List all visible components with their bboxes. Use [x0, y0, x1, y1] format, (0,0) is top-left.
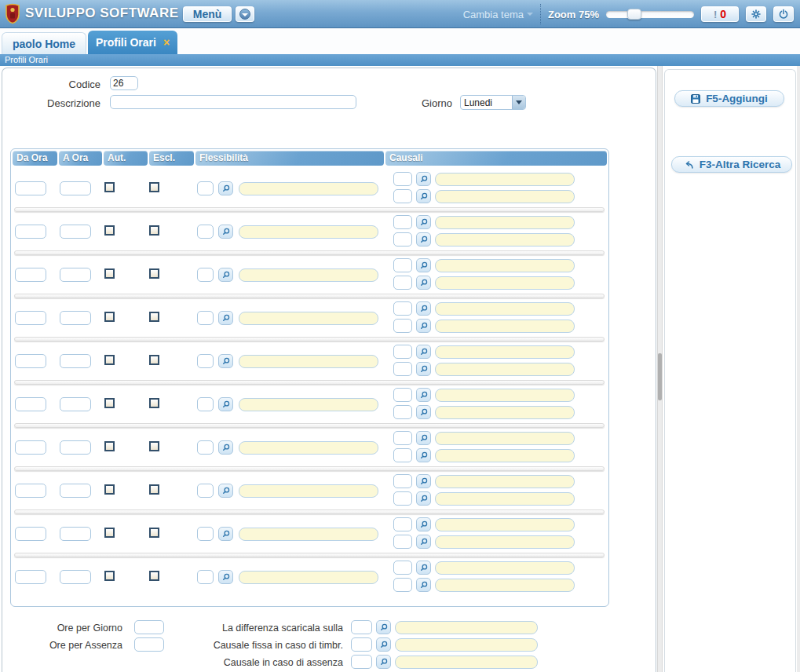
escl-checkbox[interactable] [149, 528, 159, 538]
a-ora-input[interactable] [60, 181, 91, 195]
causale1-lookup-button[interactable] [416, 431, 431, 445]
causale1-code-input[interactable] [393, 301, 412, 316]
escl-checkbox[interactable] [149, 225, 159, 236]
causale2-code-input[interactable] [393, 276, 412, 290]
causale2-lookup-button[interactable] [416, 491, 431, 506]
causale1-lookup-button[interactable] [416, 561, 431, 575]
flessibilita-lookup-button[interactable] [218, 225, 233, 239]
causale2-lookup-button[interactable] [416, 578, 431, 592]
a-ora-input[interactable] [60, 440, 91, 455]
causale2-code-input[interactable] [393, 491, 412, 506]
causale-assenza-code-input[interactable] [351, 655, 372, 669]
escl-checkbox[interactable] [149, 268, 159, 279]
da-ora-input[interactable] [15, 311, 46, 325]
causale2-code-input[interactable] [393, 535, 412, 549]
flessibilita-code-input[interactable] [197, 440, 214, 455]
flessibilita-code-input[interactable] [197, 181, 214, 195]
aut-checkbox[interactable] [104, 528, 115, 538]
flessibilita-code-input[interactable] [197, 225, 214, 239]
aut-checkbox[interactable] [104, 355, 115, 365]
flessibilita-code-input[interactable] [197, 354, 214, 368]
da-ora-input[interactable] [15, 397, 46, 411]
causale1-lookup-button[interactable] [416, 258, 431, 272]
splitter-drag-handle[interactable] [658, 353, 662, 400]
causale1-code-input[interactable] [393, 431, 412, 445]
causale2-code-input[interactable] [393, 189, 412, 203]
causale1-code-input[interactable] [393, 561, 412, 575]
da-ora-input[interactable] [15, 440, 46, 455]
escl-checkbox[interactable] [149, 484, 159, 495]
giorno-select[interactable]: Lunedi [460, 95, 526, 110]
causale1-lookup-button[interactable] [416, 517, 431, 531]
causale2-lookup-button[interactable] [416, 535, 431, 549]
descrizione-input[interactable] [110, 95, 356, 109]
causale-fissa-lookup-button[interactable] [376, 637, 391, 652]
flessibilita-lookup-button[interactable] [218, 397, 233, 411]
causale1-code-input[interactable] [393, 215, 412, 229]
flessibilita-code-input[interactable] [197, 268, 214, 282]
escl-checkbox[interactable] [149, 571, 159, 581]
causale2-code-input[interactable] [393, 405, 412, 419]
ore-per-assenza-input[interactable] [134, 637, 164, 652]
causale1-lookup-button[interactable] [416, 172, 431, 186]
flessibilita-lookup-button[interactable] [218, 440, 233, 455]
causale2-lookup-button[interactable] [416, 276, 431, 290]
da-ora-input[interactable] [15, 570, 46, 584]
power-button[interactable] [773, 6, 794, 22]
da-ora-input[interactable] [15, 268, 46, 282]
flessibilita-lookup-button[interactable] [218, 484, 233, 498]
a-ora-input[interactable] [60, 225, 91, 239]
flessibilita-lookup-button[interactable] [218, 354, 233, 368]
theme-switcher[interactable]: Cambia tema [463, 9, 533, 20]
differenza-lookup-button[interactable] [376, 620, 391, 634]
causale2-lookup-button[interactable] [416, 448, 431, 462]
differenza-code-input[interactable] [351, 620, 372, 634]
flessibilita-lookup-button[interactable] [218, 181, 233, 195]
close-icon[interactable]: × [163, 37, 170, 48]
f5-aggiungi-button[interactable]: F5-Aggiungi [674, 90, 784, 107]
flessibilita-lookup-button[interactable] [218, 570, 233, 584]
tab-paolo-home[interactable]: paolo Home [2, 32, 86, 54]
flessibilita-lookup-button[interactable] [218, 268, 233, 282]
causale2-lookup-button[interactable] [416, 362, 431, 376]
causale1-code-input[interactable] [393, 172, 412, 186]
da-ora-input[interactable] [15, 225, 46, 239]
aut-checkbox[interactable] [104, 182, 115, 192]
causale1-code-input[interactable] [393, 388, 412, 402]
a-ora-input[interactable] [60, 527, 91, 541]
causale2-code-input[interactable] [393, 448, 412, 462]
ore-per-giorno-input[interactable] [134, 620, 164, 634]
settings-button[interactable] [746, 6, 766, 22]
menu-dropdown-button[interactable] [236, 6, 254, 22]
causale1-code-input[interactable] [393, 345, 412, 359]
a-ora-input[interactable] [60, 397, 91, 411]
escl-checkbox[interactable] [149, 441, 159, 451]
causale2-lookup-button[interactable] [416, 405, 431, 419]
chevron-down-icon[interactable] [512, 96, 525, 109]
zoom-slider-handle[interactable] [627, 9, 641, 20]
aut-checkbox[interactable] [104, 268, 115, 279]
alerts-button[interactable]: ! 0 [701, 6, 739, 22]
da-ora-input[interactable] [15, 181, 46, 195]
causale-fissa-code-input[interactable] [351, 637, 372, 652]
menu-button[interactable]: Menù [183, 6, 232, 22]
causale2-lookup-button[interactable] [416, 232, 431, 247]
escl-checkbox[interactable] [149, 355, 159, 365]
causale1-code-input[interactable] [393, 474, 412, 488]
f3-altra-ricerca-button[interactable]: F3-Altra Ricerca [671, 156, 792, 173]
flessibilita-code-input[interactable] [197, 397, 214, 411]
causale2-code-input[interactable] [393, 362, 412, 376]
tab-profili-orari[interactable]: Profili Orari × [88, 31, 177, 54]
a-ora-input[interactable] [60, 354, 91, 368]
escl-checkbox[interactable] [149, 398, 159, 408]
causale1-lookup-button[interactable] [416, 215, 431, 229]
causale1-code-input[interactable] [393, 517, 412, 531]
causale2-code-input[interactable] [393, 232, 412, 247]
causale2-lookup-button[interactable] [416, 189, 431, 203]
a-ora-input[interactable] [60, 570, 91, 584]
codice-input[interactable] [110, 76, 138, 90]
a-ora-input[interactable] [60, 311, 91, 325]
flessibilita-code-input[interactable] [197, 527, 214, 541]
aut-checkbox[interactable] [104, 484, 115, 495]
a-ora-input[interactable] [60, 268, 91, 282]
